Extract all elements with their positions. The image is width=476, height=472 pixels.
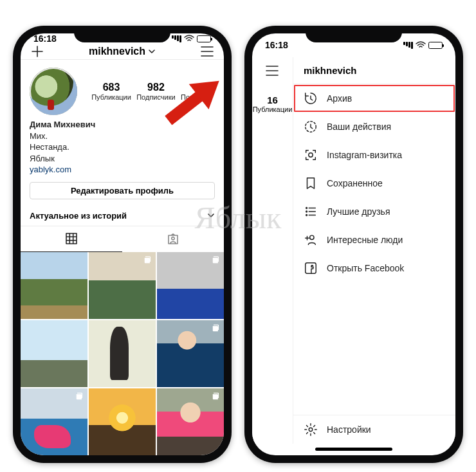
- username-dropdown[interactable]: mikhnevich: [89, 46, 156, 57]
- bookmark-icon: [304, 176, 318, 190]
- add-user-icon: [304, 233, 318, 247]
- avatar[interactable]: [30, 68, 77, 115]
- menu-label: Интересные люди: [327, 235, 403, 245]
- chevron-down-icon: [207, 212, 215, 219]
- status-indicators: [171, 35, 211, 42]
- status-time: 16:18: [33, 33, 57, 44]
- archive-icon: [304, 91, 318, 105]
- chevron-down-icon: [148, 48, 156, 55]
- menu-item-saved[interactable]: Сохраненное: [293, 169, 455, 197]
- svg-point-4: [306, 207, 307, 208]
- menu-item-nametag[interactable]: Instagram-визитка: [293, 141, 455, 169]
- svg-point-5: [306, 211, 307, 212]
- add-button[interactable]: [30, 44, 45, 59]
- activity-icon: [304, 120, 318, 134]
- menu-item-discover[interactable]: Интересные люди: [293, 226, 455, 254]
- mini-stat-label: Публикации: [252, 105, 293, 113]
- side-menu: mikhnevich Архив Ваши действия Instagram…: [293, 57, 455, 444]
- home-indicator: [252, 444, 455, 455]
- menu-item-archive[interactable]: Архив: [293, 84, 455, 113]
- menu-label: Ваши действия: [327, 122, 391, 132]
- highlights-label: Актуальное из историй: [30, 211, 127, 221]
- post-thumb[interactable]: [89, 252, 156, 319]
- stat-posts[interactable]: 683 Публикации: [91, 82, 131, 101]
- menu-label: Лучшие друзья: [327, 206, 390, 217]
- post-thumb[interactable]: [157, 252, 224, 319]
- tagged-icon: [166, 232, 180, 246]
- stat-posts-label: Публикации: [91, 93, 131, 101]
- gear-icon: [304, 422, 318, 437]
- nametag-icon: [304, 148, 318, 162]
- screen-right: 16:18 16 Публикации: [252, 33, 455, 455]
- menu-label: Архив: [327, 93, 352, 104]
- menu-label: Сохраненное: [327, 178, 383, 188]
- battery-icon: [197, 35, 211, 42]
- grid-icon: [64, 231, 78, 246]
- notch: [74, 26, 170, 42]
- bio-line-2: Нестанда.: [30, 141, 215, 153]
- bio-link[interactable]: yablyk.com: [30, 164, 215, 176]
- wifi-icon: [416, 41, 426, 49]
- post-thumb[interactable]: [89, 388, 156, 455]
- cellular-icon: [403, 42, 413, 49]
- svg-point-3: [309, 152, 313, 156]
- menu-label: Открыть Facebook: [327, 263, 404, 273]
- post-thumb[interactable]: [157, 320, 224, 387]
- post-thumb[interactable]: [89, 320, 156, 387]
- svg-rect-8: [306, 262, 316, 273]
- tab-grid[interactable]: [21, 226, 122, 252]
- list-icon: [304, 204, 318, 219]
- svg-point-7: [310, 235, 314, 239]
- tab-tagged[interactable]: [122, 226, 224, 252]
- bio-line-1: Мих.: [30, 131, 215, 142]
- mini-stat-posts: 16 Публикации: [252, 77, 293, 113]
- post-thumb[interactable]: [21, 252, 87, 319]
- cellular-icon: [171, 35, 181, 42]
- hamburger-icon: [265, 65, 279, 77]
- menu-button[interactable]: [252, 57, 293, 77]
- carousel-icon: [212, 323, 221, 332]
- mini-stat-count: 16: [252, 95, 293, 105]
- wifi-icon: [184, 35, 194, 42]
- facebook-icon: [304, 261, 318, 275]
- status-indicators: [403, 41, 443, 49]
- edit-profile-button[interactable]: Редактировать профиль: [30, 182, 215, 199]
- carousel-icon: [212, 392, 221, 401]
- dimmed-profile: 16 Публикации: [252, 57, 293, 444]
- notch: [306, 26, 402, 42]
- carousel-icon: [212, 255, 221, 264]
- story-highlights-row[interactable]: Актуальное из историй: [21, 206, 224, 226]
- phone-right: 16:18 16 Публикации: [244, 26, 463, 463]
- profile-header: mikhnevich: [21, 44, 224, 60]
- svg-point-6: [306, 214, 307, 215]
- svg-point-9: [309, 428, 313, 431]
- username-text: mikhnevich: [89, 46, 145, 57]
- menu-item-settings[interactable]: Настройки: [293, 415, 455, 444]
- post-thumb[interactable]: [21, 388, 87, 455]
- bio-line-3: Яблык: [30, 153, 215, 165]
- battery-icon: [428, 42, 443, 49]
- hamburger-icon: [200, 46, 214, 57]
- annotation-arrow: [154, 71, 232, 129]
- profile-tabs: [21, 226, 224, 252]
- menu-item-facebook[interactable]: Открыть Facebook: [293, 254, 455, 282]
- menu-label: Instagram-визитка: [327, 150, 402, 160]
- status-time: 16:18: [265, 40, 288, 50]
- menu-username: mikhnevich: [293, 57, 455, 84]
- stat-posts-count: 683: [91, 82, 131, 93]
- menu-button[interactable]: [199, 44, 215, 59]
- menu-label: Настройки: [327, 424, 371, 435]
- carousel-icon: [75, 392, 84, 401]
- post-thumb[interactable]: [21, 320, 87, 387]
- svg-rect-10: [165, 91, 203, 125]
- menu-item-close-friends[interactable]: Лучшие друзья: [293, 197, 455, 226]
- posts-grid: [21, 252, 224, 455]
- post-thumb[interactable]: [157, 388, 224, 455]
- carousel-icon: [143, 255, 152, 264]
- menu-item-activity[interactable]: Ваши действия: [293, 113, 455, 141]
